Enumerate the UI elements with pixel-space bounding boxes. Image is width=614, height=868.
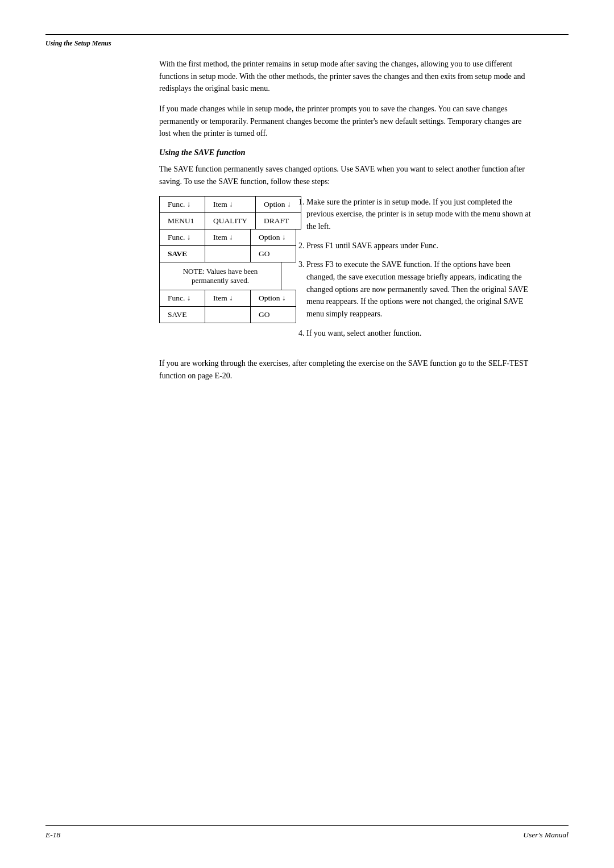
footer-rule [45,825,569,826]
closing-paragraph: If you are working through the exercises… [159,357,534,382]
footer-page-number: E-18 [45,831,60,840]
display-table-1: Func. ↓ Item ↓ Option ↓ MENU1 QUALITY DR… [159,196,301,229]
section-header-label: Using the Setup Menus [45,39,111,47]
option-val-2: GO [251,245,296,262]
list-item: Press F1 until SAVE appears under Func. [306,240,534,252]
item-val-2 [205,245,251,262]
layout-row-1: Func. ↓ Item ↓ Option ↓ MENU1 QUALITY DR… [159,196,534,347]
display-table-2: Func. ↓ Item ↓ Option ↓ SAVE GO [159,229,296,262]
func-header-3: Func. ↓ [160,290,205,306]
table-row: SAVE GO [160,245,296,262]
header-rule [45,34,569,35]
note-line2: permanently saved. [192,276,249,285]
note-box: NOTE: Values have been permanently saved… [159,262,281,290]
table-row: SAVE GO [160,306,296,323]
table-row: Func. ↓ Item ↓ Option ↓ [160,196,301,212]
paragraph-3: The SAVE function permanently saves chan… [159,163,534,187]
option-val-3: GO [251,306,296,323]
option-header-1: Option ↓ [256,196,301,212]
list-item: Make sure the printer is in setup mode. … [306,196,534,233]
right-column: Make sure the printer is in setup mode. … [296,196,534,347]
func-val-3: SAVE [160,306,205,323]
bottom-section: E-18 User's Manual [45,825,569,840]
main-content: With the first method, the printer remai… [159,58,534,390]
paragraph-2: If you made changes while in setup mode,… [159,103,534,140]
item-header-2: Item ↓ [205,229,251,245]
option-header-2: Option ↓ [251,229,296,245]
page: Using the Setup Menus With the first met… [0,0,614,868]
footer-manual-title: User's Manual [523,831,569,840]
option-val-1: DRAFT [256,212,301,229]
paragraph-1: With the first method, the printer remai… [159,58,534,95]
item-header-3: Item ↓ [205,290,251,306]
list-item: If you want, select another function. [306,327,534,340]
list-item: Press F3 to execute the SAVE function. I… [306,258,534,320]
func-header-2: Func. ↓ [160,229,205,245]
item-val-3 [205,306,251,323]
note-line1: NOTE: Values have been [183,267,258,276]
table-row: Func. ↓ Item ↓ Option ↓ [160,229,296,245]
subheading-save: Using the SAVE function [159,148,534,157]
func-val-2: SAVE [160,245,205,262]
func-val-1: MENU1 [160,212,205,229]
display-table-3: Func. ↓ Item ↓ Option ↓ SAVE GO [159,290,296,323]
footer: E-18 User's Manual [45,831,569,840]
option-header-3: Option ↓ [251,290,296,306]
table-row: Func. ↓ Item ↓ Option ↓ [160,290,296,306]
func-header-1: Func. ↓ [160,196,205,212]
item-val-1: QUALITY [205,212,256,229]
item-header-1: Item ↓ [205,196,256,212]
header-section: Using the Setup Menus [45,34,569,48]
left-column: Func. ↓ Item ↓ Option ↓ MENU1 QUALITY DR… [159,196,281,323]
table-row: MENU1 QUALITY DRAFT [160,212,301,229]
steps-list: Make sure the printer is in setup mode. … [306,196,534,340]
